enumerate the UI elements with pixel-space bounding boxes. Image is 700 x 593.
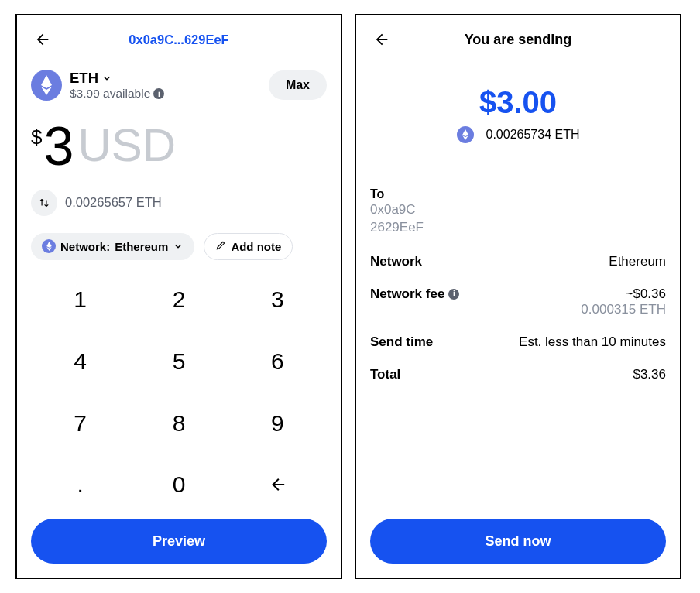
send-confirm-screen: You are sending $3.00 0.00265734 ETH To …	[355, 14, 681, 579]
info-icon[interactable]: i	[448, 289, 459, 300]
info-icon[interactable]: i	[153, 88, 164, 99]
amount-summary: $3.00 0.00265734 ETH	[370, 85, 666, 143]
destination-address[interactable]: 0x0a9C...629EeF	[53, 33, 305, 47]
asset-row: ETH $3.99 available i Max	[31, 70, 327, 101]
key-1[interactable]: 1	[31, 269, 129, 331]
amount-eth: 0.00265734 ETH	[486, 128, 580, 142]
details: To 0x0a9C 2629EeF Network Ethereum Netwo…	[370, 187, 666, 519]
network-selector[interactable]: Network: Ethereum	[31, 233, 194, 260]
swap-icon	[39, 197, 50, 208]
available-balance: $3.99 available i	[70, 87, 164, 101]
eth-icon	[31, 70, 62, 101]
amount-currency: USD	[77, 121, 176, 170]
to-address: 0x0a9C 2629EeF	[370, 201, 666, 237]
currency-symbol: $	[31, 125, 42, 149]
fee-label: Network fee i	[370, 286, 459, 302]
backspace-arrow-icon	[269, 476, 286, 493]
amount-value: 3	[43, 121, 73, 173]
network-label: Network	[370, 254, 422, 269]
total-row: Total $3.36	[370, 367, 666, 382]
to-label: To	[370, 187, 666, 201]
send-time-value: Est. less than 10 minutes	[519, 334, 666, 350]
send-time-label: Send time	[370, 334, 433, 350]
options-row: Network: Ethereum Add note	[31, 233, 327, 260]
key-5[interactable]: 5	[129, 331, 228, 392]
back-arrow-icon	[34, 32, 50, 47]
max-button[interactable]: Max	[269, 70, 327, 100]
chevron-down-icon	[101, 73, 112, 84]
key-dot[interactable]: .	[31, 454, 129, 516]
key-8[interactable]: 8	[129, 392, 228, 454]
send-entry-screen: 0x0a9C...629EeF ETH $3.99 available i Ma…	[15, 14, 342, 579]
pencil-icon	[215, 240, 226, 253]
amount-display: $ 3 USD	[31, 121, 327, 173]
preview-button[interactable]: Preview	[31, 519, 327, 564]
amount-eth-row: 0.00265734 ETH	[370, 126, 666, 143]
chevron-down-icon	[173, 241, 184, 252]
key-4[interactable]: 4	[31, 331, 129, 392]
network-value: Ethereum	[609, 254, 666, 269]
key-6[interactable]: 6	[228, 331, 327, 392]
divider	[370, 170, 666, 170]
header: You are sending	[370, 26, 666, 53]
network-row: Network Ethereum	[370, 254, 666, 269]
swap-currency-button[interactable]	[31, 190, 57, 216]
fee-row: Network fee i ~$0.36 0.000315 ETH	[370, 286, 666, 317]
amount-usd: $3.00	[370, 85, 666, 120]
converted-row: 0.00265657 ETH	[31, 190, 327, 216]
eth-mini-icon	[42, 239, 56, 253]
numeric-keypad: 1 2 3 4 5 6 7 8 9 . 0	[31, 269, 327, 516]
send-time-row: Send time Est. less than 10 minutes	[370, 334, 666, 350]
converted-amount: 0.00265657 ETH	[65, 195, 162, 210]
key-9[interactable]: 9	[228, 392, 327, 454]
asset-symbol: ETH	[70, 70, 98, 87]
total-label: Total	[370, 367, 400, 382]
fee-usd: ~$0.36	[626, 286, 666, 302]
add-note-button[interactable]: Add note	[204, 233, 293, 260]
key-7[interactable]: 7	[31, 392, 129, 454]
send-now-button[interactable]: Send now	[370, 519, 666, 564]
key-3[interactable]: 3	[228, 269, 327, 331]
total-value: $3.36	[633, 367, 666, 382]
key-2[interactable]: 2	[129, 269, 228, 331]
to-row: To 0x0a9C 2629EeF	[370, 187, 666, 237]
asset-selector[interactable]: ETH	[70, 70, 164, 87]
key-0[interactable]: 0	[129, 454, 228, 516]
back-button[interactable]	[31, 29, 53, 50]
page-title: You are sending	[370, 32, 666, 48]
header: 0x0a9C...629EeF	[31, 26, 327, 53]
key-backspace[interactable]	[228, 454, 327, 516]
eth-icon	[457, 126, 474, 143]
fee-eth: 0.000315 ETH	[581, 302, 666, 317]
